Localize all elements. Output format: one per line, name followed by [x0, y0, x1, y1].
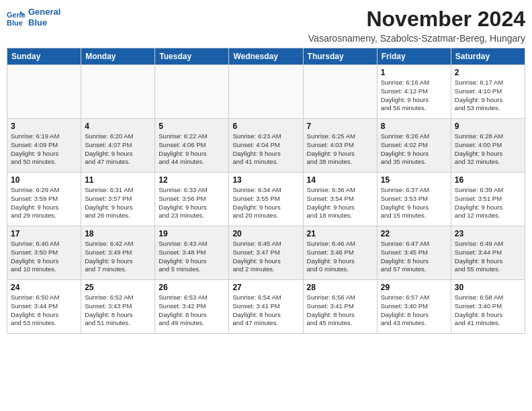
- weekday-header-saturday: Saturday: [451, 48, 525, 65]
- weekday-header-friday: Friday: [377, 48, 451, 65]
- calendar-cell: 20Sunrise: 6:45 AM Sunset: 3:47 PM Dayli…: [229, 226, 303, 280]
- day-number: 26: [159, 283, 225, 292]
- calendar-table: SundayMondayTuesdayWednesdayThursdayFrid…: [7, 48, 525, 334]
- weekday-header-wednesday: Wednesday: [229, 48, 303, 65]
- calendar-cell: 13Sunrise: 6:34 AM Sunset: 3:55 PM Dayli…: [229, 173, 303, 226]
- day-number: 30: [455, 283, 521, 292]
- calendar-cell: 1Sunrise: 6:16 AM Sunset: 4:12 PM Daylig…: [377, 65, 451, 119]
- day-info: Sunrise: 6:31 AM Sunset: 3:57 PM Dayligh…: [85, 186, 151, 220]
- day-info: Sunrise: 6:57 AM Sunset: 3:40 PM Dayligh…: [381, 293, 447, 328]
- calendar-cell: 2Sunrise: 6:17 AM Sunset: 4:10 PM Daylig…: [451, 65, 525, 119]
- logo-line1: General: [28, 7, 60, 17]
- calendar-cell: 29Sunrise: 6:57 AM Sunset: 3:40 PM Dayli…: [377, 280, 451, 334]
- day-info: Sunrise: 6:42 AM Sunset: 3:49 PM Dayligh…: [85, 240, 151, 274]
- calendar-cell: 12Sunrise: 6:33 AM Sunset: 3:56 PM Dayli…: [155, 173, 229, 226]
- calendar-cell: [155, 65, 229, 119]
- day-info: Sunrise: 6:29 AM Sunset: 3:59 PM Dayligh…: [11, 186, 77, 220]
- day-info: Sunrise: 6:56 AM Sunset: 3:41 PM Dayligh…: [307, 293, 373, 328]
- day-info: Sunrise: 6:54 AM Sunset: 3:41 PM Dayligh…: [232, 293, 299, 328]
- day-number: 10: [11, 175, 77, 185]
- calendar-cell: 19Sunrise: 6:43 AM Sunset: 3:48 PM Dayli…: [155, 226, 229, 280]
- day-info: Sunrise: 6:39 AM Sunset: 3:51 PM Dayligh…: [455, 186, 521, 220]
- day-info: Sunrise: 6:33 AM Sunset: 3:56 PM Dayligh…: [159, 186, 225, 220]
- day-number: 13: [232, 175, 299, 185]
- weekday-header-tuesday: Tuesday: [155, 48, 229, 65]
- svg-text:General: General: [7, 11, 26, 19]
- day-info: Sunrise: 6:23 AM Sunset: 4:04 PM Dayligh…: [232, 132, 299, 167]
- day-info: Sunrise: 6:20 AM Sunset: 4:07 PM Dayligh…: [85, 132, 151, 167]
- day-number: 19: [159, 229, 225, 238]
- day-number: 2: [455, 68, 521, 77]
- weekday-header-monday: Monday: [81, 48, 155, 65]
- day-number: 24: [11, 283, 77, 292]
- day-info: Sunrise: 6:46 AM Sunset: 3:46 PM Dayligh…: [307, 240, 373, 274]
- day-info: Sunrise: 6:50 AM Sunset: 3:44 PM Dayligh…: [11, 293, 77, 328]
- day-info: Sunrise: 6:36 AM Sunset: 3:54 PM Dayligh…: [307, 186, 373, 220]
- title-block: November 2024 Vasarosnameny, Szabolcs-Sz…: [308, 7, 525, 44]
- calendar-cell: 16Sunrise: 6:39 AM Sunset: 3:51 PM Dayli…: [451, 173, 525, 226]
- calendar-cell: 23Sunrise: 6:49 AM Sunset: 3:44 PM Dayli…: [451, 226, 525, 280]
- day-number: 11: [85, 175, 151, 185]
- day-number: 3: [11, 122, 77, 131]
- day-info: Sunrise: 6:34 AM Sunset: 3:55 PM Dayligh…: [232, 186, 299, 220]
- calendar-cell: 30Sunrise: 6:58 AM Sunset: 3:40 PM Dayli…: [451, 280, 525, 334]
- logo: General Blue General Blue: [7, 7, 60, 28]
- calendar-cell: 4Sunrise: 6:20 AM Sunset: 4:07 PM Daylig…: [81, 119, 155, 173]
- day-number: 15: [381, 175, 447, 185]
- calendar-body: 1Sunrise: 6:16 AM Sunset: 4:12 PM Daylig…: [7, 65, 525, 334]
- day-number: 28: [307, 283, 373, 292]
- calendar-header: SundayMondayTuesdayWednesdayThursdayFrid…: [7, 48, 525, 65]
- day-number: 8: [381, 122, 447, 131]
- day-info: Sunrise: 6:45 AM Sunset: 3:47 PM Dayligh…: [232, 240, 299, 274]
- day-number: 1: [381, 68, 447, 77]
- day-number: 18: [85, 229, 151, 238]
- calendar-cell: 14Sunrise: 6:36 AM Sunset: 3:54 PM Dayli…: [303, 173, 377, 226]
- calendar-cell: 17Sunrise: 6:40 AM Sunset: 3:50 PM Dayli…: [7, 226, 81, 280]
- day-number: 21: [307, 229, 373, 238]
- calendar-cell: [81, 65, 155, 119]
- day-number: 17: [11, 229, 77, 238]
- day-number: 25: [85, 283, 151, 292]
- day-number: 20: [232, 229, 299, 238]
- calendar-week-2: 10Sunrise: 6:29 AM Sunset: 3:59 PM Dayli…: [7, 173, 525, 226]
- day-number: 6: [232, 122, 299, 131]
- calendar-cell: 10Sunrise: 6:29 AM Sunset: 3:59 PM Dayli…: [7, 173, 81, 226]
- day-info: Sunrise: 6:28 AM Sunset: 4:00 PM Dayligh…: [455, 132, 521, 167]
- page-header: General Blue General Blue November 2024 …: [7, 7, 525, 44]
- logo-text: General Blue: [28, 7, 60, 28]
- svg-text:Blue: Blue: [7, 19, 23, 27]
- calendar-cell: 24Sunrise: 6:50 AM Sunset: 3:44 PM Dayli…: [7, 280, 81, 334]
- calendar-week-0: 1Sunrise: 6:16 AM Sunset: 4:12 PM Daylig…: [7, 65, 525, 119]
- calendar-cell: 7Sunrise: 6:25 AM Sunset: 4:03 PM Daylig…: [303, 119, 377, 173]
- calendar-cell: 25Sunrise: 6:52 AM Sunset: 3:43 PM Dayli…: [81, 280, 155, 334]
- day-number: 7: [307, 122, 373, 131]
- day-info: Sunrise: 6:25 AM Sunset: 4:03 PM Dayligh…: [307, 132, 373, 167]
- calendar-cell: [303, 65, 377, 119]
- calendar-cell: 15Sunrise: 6:37 AM Sunset: 3:53 PM Dayli…: [377, 173, 451, 226]
- day-info: Sunrise: 6:17 AM Sunset: 4:10 PM Dayligh…: [455, 79, 521, 113]
- calendar-week-1: 3Sunrise: 6:19 AM Sunset: 4:09 PM Daylig…: [7, 119, 525, 173]
- day-number: 14: [307, 175, 373, 185]
- day-number: 29: [381, 283, 447, 292]
- day-number: 12: [159, 175, 225, 185]
- calendar-cell: 18Sunrise: 6:42 AM Sunset: 3:49 PM Dayli…: [81, 226, 155, 280]
- calendar-cell: [7, 65, 81, 119]
- logo-icon: General Blue: [7, 8, 26, 27]
- day-info: Sunrise: 6:40 AM Sunset: 3:50 PM Dayligh…: [11, 240, 77, 274]
- day-number: 23: [455, 229, 521, 238]
- calendar-week-4: 24Sunrise: 6:50 AM Sunset: 3:44 PM Dayli…: [7, 280, 525, 334]
- day-info: Sunrise: 6:16 AM Sunset: 4:12 PM Dayligh…: [381, 79, 447, 113]
- logo-line2: Blue: [28, 17, 47, 28]
- calendar-cell: 28Sunrise: 6:56 AM Sunset: 3:41 PM Dayli…: [303, 280, 377, 334]
- day-number: 27: [232, 283, 299, 292]
- calendar-cell: 27Sunrise: 6:54 AM Sunset: 3:41 PM Dayli…: [229, 280, 303, 334]
- calendar-cell: 3Sunrise: 6:19 AM Sunset: 4:09 PM Daylig…: [7, 119, 81, 173]
- day-info: Sunrise: 6:47 AM Sunset: 3:45 PM Dayligh…: [381, 240, 447, 274]
- calendar-cell: 21Sunrise: 6:46 AM Sunset: 3:46 PM Dayli…: [303, 226, 377, 280]
- calendar-cell: 11Sunrise: 6:31 AM Sunset: 3:57 PM Dayli…: [81, 173, 155, 226]
- day-number: 5: [159, 122, 225, 131]
- day-info: Sunrise: 6:52 AM Sunset: 3:43 PM Dayligh…: [85, 293, 151, 328]
- calendar-week-3: 17Sunrise: 6:40 AM Sunset: 3:50 PM Dayli…: [7, 226, 525, 280]
- day-number: 4: [85, 122, 151, 131]
- day-info: Sunrise: 6:43 AM Sunset: 3:48 PM Dayligh…: [159, 240, 225, 274]
